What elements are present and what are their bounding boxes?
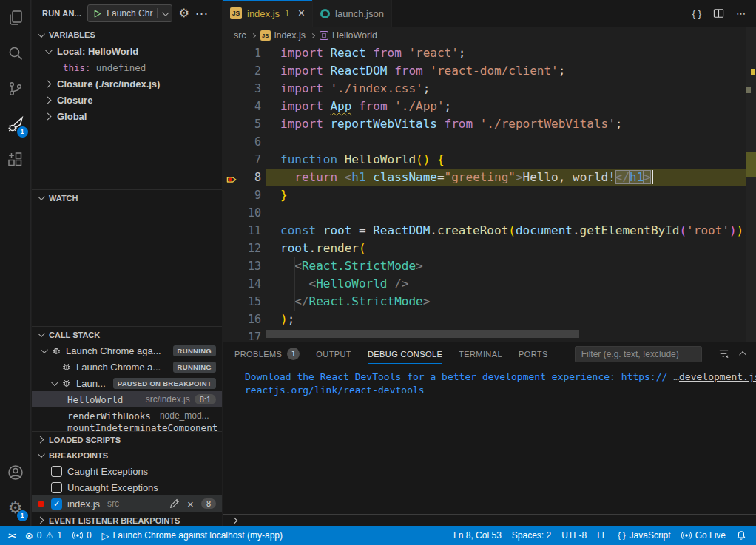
status-notifications[interactable] xyxy=(731,526,752,545)
token: < xyxy=(309,277,317,291)
section-header-breakpoints[interactable]: BREAKPOINTS xyxy=(32,447,222,463)
close-tab-icon[interactable]: × xyxy=(298,7,305,20)
section-header-event-listener-breakpoints[interactable]: EVENT LISTENER BREAKPOINTS xyxy=(32,512,222,526)
run-and-debug-title: RUN AN... xyxy=(42,9,81,18)
status-forwarded-ports[interactable]: 0 xyxy=(67,526,97,545)
activity-source-control[interactable] xyxy=(0,71,31,106)
console-filter-input[interactable] xyxy=(575,346,702,362)
panel-tab-debug-console[interactable]: DEBUG CONSOLE xyxy=(368,342,442,365)
activity-settings[interactable]: ⚙1 xyxy=(0,490,31,526)
launch-config-dropdown[interactable]: Launch Chr xyxy=(87,4,172,22)
start-debug-icon[interactable] xyxy=(92,9,102,18)
line-number: 12 xyxy=(248,240,261,257)
variable-row[interactable]: Closure xyxy=(32,92,222,108)
breakpoint-row[interactable]: Uncaught Exceptions xyxy=(32,479,222,495)
section-header-watch[interactable]: WATCH xyxy=(32,189,222,206)
variable-row[interactable]: this:undefined xyxy=(32,59,222,75)
dropdown-divider xyxy=(157,8,158,18)
section-loaded-scripts: LOADED SCRIPTS xyxy=(32,431,222,447)
overview-ruler[interactable] xyxy=(746,27,756,342)
line-number: 13 xyxy=(248,257,261,275)
panel-tab-output[interactable]: OUTPUT xyxy=(316,342,351,365)
status-bar: ><⊗0⚠10▷Launch Chrome against localhost … xyxy=(0,526,756,545)
status-language-mode[interactable]: { }JavaScript xyxy=(612,526,675,545)
chevron-right-icon xyxy=(44,112,52,120)
code-editor[interactable]: 1import React from 'react';2import React… xyxy=(223,44,746,342)
status-eol-sequence[interactable]: LF xyxy=(592,526,612,545)
breadcrumb-item-index.js[interactable]: JSindex.js xyxy=(260,30,306,41)
maximize-panel-icon[interactable] xyxy=(741,351,746,356)
status-debug-session[interactable]: ▷Launch Chrome against localhost (my-app… xyxy=(97,526,288,545)
token: ReactDOM xyxy=(373,223,430,237)
debug-toolbar: RUN AN... Launch Chr ⚙ ⋯ xyxy=(32,0,222,27)
activity-run-and-debug[interactable]: 1 xyxy=(0,106,31,142)
sticky-scroll-braces-icon[interactable]: { } xyxy=(692,8,701,19)
editor-more-icon[interactable]: ⋯ xyxy=(736,8,746,19)
status-remote-indicator[interactable]: >< xyxy=(3,526,20,545)
views-more-icon[interactable]: ⋯ xyxy=(195,7,208,20)
breakpoint-row[interactable]: Caught Exceptions xyxy=(32,463,222,479)
breakpoint-checkbox[interactable] xyxy=(51,466,62,477)
panel-tab-label: PROBLEMS xyxy=(234,350,282,359)
chevron-down-icon[interactable] xyxy=(162,9,169,16)
section-body-watch xyxy=(32,206,222,326)
status-bar-left: ><⊗0⚠10▷Launch Chrome against localhost … xyxy=(0,526,288,545)
symbol-icon xyxy=(320,31,328,40)
breadcrumb-item-src[interactable]: src xyxy=(234,30,246,41)
status-encoding[interactable]: UTF-8 xyxy=(556,526,592,545)
split-editor-icon[interactable] xyxy=(713,8,724,19)
call-stack-row[interactable]: HelloWorldsrc/index.js8:1 xyxy=(32,391,222,407)
tab-index.js[interactable]: JSindex.js1× xyxy=(223,0,313,27)
status-label: 0 xyxy=(87,530,92,541)
variable-row[interactable]: Local: HelloWorld xyxy=(32,43,222,59)
section-header-loaded-scripts[interactable]: LOADED SCRIPTS xyxy=(32,431,222,447)
section-header-variables[interactable]: VARIABLES xyxy=(32,27,222,43)
chevron-right-icon xyxy=(44,96,52,104)
filter-icon[interactable] xyxy=(718,348,729,359)
tab-launch.json[interactable]: launch.json xyxy=(313,0,392,27)
activity-search[interactable] xyxy=(0,35,31,71)
tab-label: launch.json xyxy=(335,8,384,19)
breadcrumb-label: HelloWorld xyxy=(332,30,377,41)
call-stack-row[interactable]: Laun...PAUSED ON BREAKPOINT xyxy=(32,375,222,391)
current-line-marker xyxy=(746,152,756,177)
horizontal-scrollbar[interactable] xyxy=(266,330,579,338)
remove-breakpoint-icon[interactable]: × xyxy=(187,498,194,510)
variable-row[interactable]: Global xyxy=(32,108,222,124)
breakpoint-checkbox[interactable] xyxy=(51,482,62,493)
activity-extensions[interactable] xyxy=(0,142,31,177)
debug-console-input[interactable] xyxy=(223,514,756,526)
token: () xyxy=(416,152,430,166)
tab-label: index.js xyxy=(247,8,280,19)
status-cursor-position[interactable]: Ln 8, Col 53 xyxy=(448,526,507,545)
chevron-down-icon xyxy=(45,47,53,54)
token: /> xyxy=(388,277,409,291)
breadcrumb-separator-icon xyxy=(251,33,256,38)
call-stack-row[interactable]: Launch Chrome aga...RUNNING xyxy=(32,342,222,359)
breakpoint-checkbox[interactable]: ✓ xyxy=(51,498,62,510)
activity-accounts[interactable] xyxy=(0,455,31,490)
panel-tab-problems[interactable]: PROBLEMS1 xyxy=(234,342,300,365)
breadcrumb-item-HelloWorld[interactable]: HelloWorld xyxy=(320,30,377,41)
code-text: return <h1 className="greeting">Hello, w… xyxy=(266,169,746,186)
status-go-live[interactable]: Go Live xyxy=(676,526,731,545)
panel-tab-terminal[interactable]: TERMINAL xyxy=(459,342,502,365)
debug-gear-icon[interactable]: ⚙ xyxy=(178,7,189,19)
call-stack-row[interactable]: renderWithHooksnode_mod... xyxy=(32,407,222,424)
call-stack-row[interactable]: Launch Chrome a...RUNNING xyxy=(32,359,222,375)
panel-tab-ports[interactable]: PORTS xyxy=(519,342,548,365)
indent-guide xyxy=(294,257,295,275)
status-problems[interactable]: ⊗0⚠1 xyxy=(20,526,67,545)
session-label: Launch Chrome a... xyxy=(76,362,161,373)
breakpoint-row[interactable]: ✓index.jssrc×8 xyxy=(32,495,222,512)
variable-row[interactable]: Closure (./src/index.js) xyxy=(32,75,222,92)
edit-breakpoint-icon[interactable] xyxy=(169,498,180,509)
status-indentation[interactable]: Spaces: 2 xyxy=(507,526,556,545)
section-breakpoints: BREAKPOINTSCaught ExceptionsUncaught Exc… xyxy=(32,447,222,512)
line-number: 8 xyxy=(254,169,261,186)
call-stack-row[interactable]: mountIndeterminateComponent xyxy=(32,424,222,431)
activity-explorer[interactable] xyxy=(0,0,31,35)
status-label: Launch Chrome against localhost (my-app) xyxy=(113,530,283,541)
console-source-link[interactable]: development.js:29840 xyxy=(679,371,756,382)
section-header-call-stack[interactable]: CALL STACK xyxy=(32,326,222,342)
